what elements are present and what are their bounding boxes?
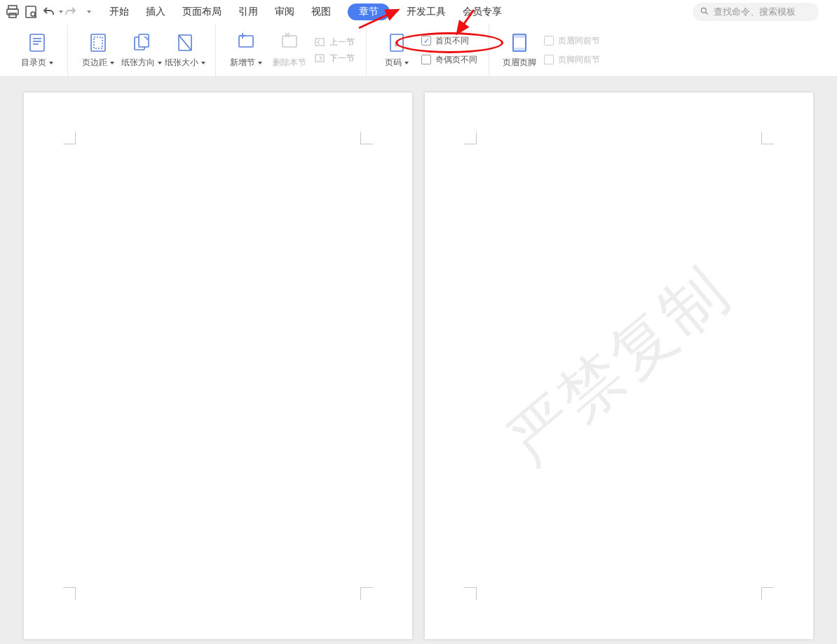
- first-page-different-label: 首页不同: [435, 35, 469, 47]
- prev-section-button: 上一节: [314, 36, 355, 48]
- new-section-button[interactable]: 新增节: [224, 24, 268, 77]
- odd-even-different-checkbox[interactable]: 奇偶页不同: [421, 54, 477, 66]
- prev-section-icon: [314, 36, 325, 48]
- delete-section-button: 删除本节: [268, 24, 311, 77]
- svg-rect-25: [315, 55, 324, 62]
- page-1[interactable]: [24, 93, 412, 639]
- tab-member[interactable]: 会员专享: [463, 0, 502, 24]
- margin-corner-icon: [63, 132, 76, 144]
- ribbon-group-sections: 新增节 删除本节 上一节 下一节: [216, 24, 367, 77]
- tab-view[interactable]: 视图: [311, 0, 331, 24]
- tab-start[interactable]: 开始: [109, 0, 129, 24]
- footer-same-label: 页脚同前节: [558, 54, 600, 66]
- size-label: 纸张大小: [165, 57, 198, 69]
- page-options: 首页不同 奇偶页不同: [418, 24, 480, 77]
- print-preview-icon[interactable]: [22, 4, 39, 20]
- svg-point-6: [701, 8, 706, 13]
- search-icon: [700, 6, 709, 18]
- orientation-button[interactable]: 纸张方向: [120, 24, 163, 77]
- svg-rect-21: [283, 36, 297, 47]
- search-placeholder: 查找命令、搜索模板: [714, 6, 796, 18]
- tab-insert[interactable]: 插入: [146, 0, 165, 24]
- margin-corner-icon: [761, 132, 774, 144]
- margin-button[interactable]: 页边距: [76, 24, 120, 77]
- header-same-label: 页眉同前节: [558, 35, 600, 47]
- header-same-checkbox: 页眉同前节: [544, 35, 600, 47]
- menu-tabs: 开始 插入 页面布局 引用 审阅 视图 章节 开发工具 会员专享: [109, 0, 502, 24]
- tab-ref[interactable]: 引用: [238, 0, 258, 24]
- next-section-icon: [314, 53, 325, 64]
- checkbox-icon: [544, 55, 554, 64]
- page-number-button[interactable]: # 页码: [375, 24, 418, 77]
- odd-even-different-label: 奇偶页不同: [435, 54, 477, 66]
- size-button[interactable]: 纸张大小: [163, 24, 207, 77]
- new-section-label: 新增节: [230, 57, 255, 69]
- print-icon[interactable]: [4, 4, 21, 20]
- margin-corner-icon: [761, 587, 774, 600]
- margin-corner-icon: [63, 587, 76, 600]
- title-bar: 开始 插入 页面布局 引用 审阅 视图 章节 开发工具 会员专享 查找命令、搜索…: [0, 0, 837, 24]
- command-search[interactable]: 查找命令、搜索模板: [693, 3, 819, 21]
- svg-rect-15: [139, 34, 149, 47]
- undo-icon[interactable]: [41, 4, 57, 20]
- tab-dev[interactable]: 开发工具: [407, 0, 446, 24]
- checkbox-icon: [421, 55, 431, 64]
- hf-link-options: 页眉同前节 页脚同前节: [541, 24, 603, 77]
- tab-layout[interactable]: 页面布局: [182, 0, 222, 24]
- ribbon-group-page: 页边距 纸张方向 纸张大小: [68, 24, 216, 77]
- delete-section-label: 删除本节: [273, 57, 306, 69]
- svg-rect-24: [315, 39, 324, 46]
- header-footer-button[interactable]: 页眉页脚: [498, 24, 541, 77]
- toc-label: 目录页: [21, 57, 46, 69]
- ribbon: 目录页 页边距 纸张方向 纸张大小 新增节: [0, 24, 837, 77]
- toc-button[interactable]: 目录页: [15, 24, 59, 77]
- margin-corner-icon: [360, 132, 373, 144]
- ribbon-group-toc: 目录页: [7, 24, 68, 77]
- tab-review[interactable]: 审阅: [275, 0, 294, 24]
- svg-line-17: [179, 35, 191, 50]
- header-footer-icon: [508, 32, 531, 54]
- section-nav: 上一节 下一节: [311, 24, 358, 77]
- page-2[interactable]: 严禁复制: [425, 93, 813, 639]
- ribbon-group-headerfooter: 页眉页脚 页眉同前节 页脚同前节: [489, 24, 611, 77]
- svg-text:#: #: [395, 41, 399, 48]
- watermark-text: 严禁复制: [491, 248, 747, 483]
- margin-corner-icon: [360, 587, 373, 600]
- next-section-button: 下一节: [314, 53, 355, 64]
- header-footer-label: 页眉页脚: [503, 57, 536, 69]
- tab-section[interactable]: 章节: [348, 4, 390, 20]
- footer-same-checkbox: 页脚同前节: [544, 54, 600, 66]
- svg-rect-2: [9, 13, 16, 18]
- checkbox-icon: [421, 36, 431, 46]
- redo-icon[interactable]: [62, 4, 79, 20]
- prev-section-label: 上一节: [329, 36, 355, 48]
- toc-icon: [26, 32, 48, 54]
- new-section-icon: [235, 32, 257, 54]
- page-number-icon: #: [386, 32, 408, 54]
- page-number-label: 页码: [385, 57, 402, 69]
- document-workspace[interactable]: 严禁复制: [0, 77, 837, 644]
- delete-section-icon: [278, 32, 301, 54]
- margin-label: 页边距: [82, 57, 107, 69]
- next-section-label: 下一节: [329, 53, 355, 64]
- checkbox-icon: [544, 36, 554, 46]
- size-icon: [174, 32, 196, 54]
- ribbon-group-pagenum: # 页码 首页不同 奇偶页不同: [367, 24, 489, 77]
- svg-rect-13: [94, 37, 102, 48]
- margin-icon: [87, 32, 109, 54]
- first-page-different-checkbox[interactable]: 首页不同: [421, 35, 477, 47]
- svg-line-7: [706, 12, 708, 14]
- svg-rect-18: [239, 36, 253, 47]
- qat-more-icon[interactable]: [87, 4, 90, 20]
- orientation-icon: [130, 32, 153, 54]
- margin-corner-icon: [464, 132, 477, 144]
- margin-corner-icon: [464, 587, 477, 600]
- orientation-label: 纸张方向: [121, 57, 155, 69]
- svg-rect-8: [30, 34, 44, 51]
